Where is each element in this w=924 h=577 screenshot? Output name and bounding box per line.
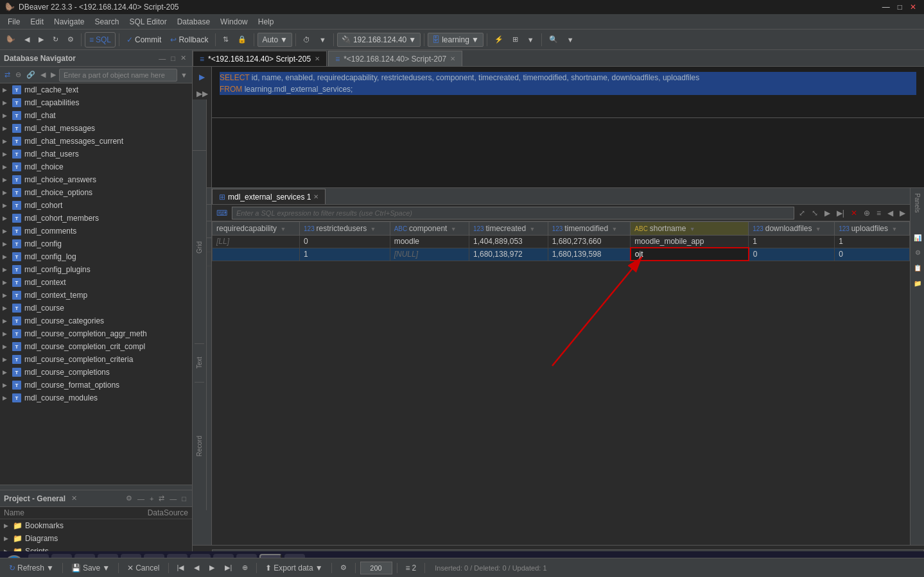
tree-item-cache-text[interactable]: ▶ T mdl_cache_text <box>0 83 192 96</box>
tree-item-course-format-options[interactable]: ▶ T mdl_course_format_options <box>0 379 192 392</box>
menu-sql-editor[interactable]: SQL Editor <box>124 16 171 28</box>
nav-link-btn[interactable]: 🔗 <box>24 70 37 80</box>
col-header-component[interactable]: ABC component ▼ <box>390 222 469 236</box>
filter-custom-btn[interactable]: ⊕ <box>862 208 872 218</box>
tree-item-config-plugins[interactable]: ▶ T mdl_config_plugins <box>0 263 192 276</box>
close-btn[interactable]: ✕ <box>907 3 919 12</box>
transaction-type-btn[interactable]: ⇅ <box>219 32 232 47</box>
tree-item-cohort[interactable]: ▶ T mdl_cohort <box>0 199 192 212</box>
tree-item-course[interactable]: ▶ T mdl_course <box>0 302 192 314</box>
manage-connections-btn[interactable]: ⊞ <box>509 32 522 47</box>
nav-arrow-right-btn[interactable]: ▶ <box>49 70 58 80</box>
tree-item-chat-users[interactable]: ▶ T mdl_chat_users <box>0 148 192 160</box>
cell-component-2[interactable]: [NULL] <box>390 248 469 261</box>
tree-item-chat[interactable]: ▶ T mdl_chat <box>0 109 192 122</box>
app-logo-btn[interactable]: 🦫 <box>3 32 19 47</box>
project-minus-btn[interactable]: — <box>135 494 146 503</box>
editor-tab-207[interactable]: ≡ *<192.168.124.40> Script-207 ✕ <box>328 51 462 66</box>
col-header-shortname[interactable]: ABC shortname ▼ <box>631 222 749 236</box>
nav-collapse-btn[interactable]: ⊖ <box>13 70 23 80</box>
result-tab-close[interactable]: ✕ <box>313 193 318 200</box>
search-everywhere-btn[interactable]: 🔍 <box>545 32 562 47</box>
row-count-btn[interactable]: ≡ 2 <box>402 561 421 575</box>
extra-tab-2[interactable]: 📋 <box>912 261 922 274</box>
tree-item-cohort-members[interactable]: ▶ T mdl_cohort_members <box>0 212 192 225</box>
settings-btn[interactable]: ⚙ <box>64 32 78 47</box>
cancel-btn[interactable]: ✕ Cancel <box>123 561 163 575</box>
commit-btn[interactable]: ✓ Commit <box>123 32 165 47</box>
sql-editor[interactable]: SELECT id, name, enabled, requiredcapabi… <box>212 67 924 118</box>
col-header-timecreated[interactable]: 123 timecreated ▼ <box>469 222 548 236</box>
auto-commit-dropdown[interactable]: Auto ▼ <box>257 33 292 47</box>
tree-item-course-completion-aggr[interactable]: ▶ T mdl_course_completion_aggr_meth <box>0 327 192 340</box>
col-header-requiredcapability[interactable]: requiredcapability ▼ <box>213 222 300 236</box>
lock-btn[interactable]: 🔒 <box>234 32 250 47</box>
nav-first-btn[interactable]: |◀ <box>173 561 188 575</box>
cell-downloadfiles-2[interactable]: 0 <box>749 248 835 261</box>
minimize-btn[interactable]: — <box>880 3 893 12</box>
search-arrow-btn[interactable]: ▼ <box>563 32 578 47</box>
project-link-btn[interactable]: ⇄ <box>157 494 166 503</box>
nav-minimize-btn[interactable]: — <box>157 53 168 63</box>
execute-btn[interactable]: ▶ <box>195 69 210 85</box>
cell-timemodified-2[interactable]: 1,680,139,598 <box>548 248 631 261</box>
tree-item-choice-answers[interactable]: ▶ T mdl_choice_answers <box>0 173 192 186</box>
timer-settings-btn[interactable]: ▼ <box>315 32 330 47</box>
extra-tab[interactable]: ⚙ <box>912 246 922 259</box>
filter-clear-btn[interactable]: ✕ <box>849 208 859 218</box>
project-item-diagrams[interactable]: ▶ 📁 Diagrams <box>0 532 192 545</box>
filter-order-btn[interactable]: ≡ <box>875 208 883 218</box>
nav-back-btn[interactable]: ◀ <box>21 32 33 47</box>
nav-search-input[interactable] <box>59 69 177 82</box>
shortname-edit-input[interactable] <box>635 250 744 259</box>
references-tab[interactable]: 📊 <box>912 231 922 244</box>
tree-item-choice-options[interactable]: ▶ T mdl_choice_options <box>0 186 192 199</box>
tree-item-config-log[interactable]: ▶ T mdl_config_log <box>0 250 192 263</box>
tree-item-capabilities[interactable]: ▶ T mdl_capabilities <box>0 96 192 109</box>
project-close-btn[interactable]: ✕ <box>69 494 79 503</box>
cell-timecreated-1[interactable]: 1,404,889,053 <box>469 236 548 248</box>
nav-forward-btn[interactable]: ▶ <box>35 32 48 47</box>
connection-dropdown[interactable]: 🔌 192.168.124.40 ▼ <box>337 33 421 47</box>
tree-item-context-temp[interactable]: ▶ T mdl_context_temp <box>0 289 192 302</box>
filter-expand-btn[interactable]: ⤢ <box>797 208 807 218</box>
page-size-input[interactable] <box>360 562 392 574</box>
nav-add-btn[interactable]: ⊕ <box>238 561 252 575</box>
nav-last-btn[interactable]: ▶| <box>221 561 236 575</box>
project-add-btn[interactable]: + <box>148 494 155 503</box>
menu-navigate[interactable]: Navigate <box>49 16 89 28</box>
refresh-connection-btn[interactable]: ↻ <box>49 32 62 47</box>
tree-item-course-completion-crit[interactable]: ▶ T mdl_course_completion_crit_compl <box>0 340 192 353</box>
timer-btn[interactable]: ⏱ <box>299 32 314 47</box>
save-btn[interactable]: 💾 Save ▼ <box>67 561 114 575</box>
tree-item-choice[interactable]: ▶ T mdl_choice <box>0 160 192 173</box>
cell-restrictedusers-2[interactable]: 1 <box>300 248 390 261</box>
col-header-timemodified[interactable]: 123 timemodified ▼ <box>548 222 631 236</box>
menu-edit[interactable]: Edit <box>25 16 49 28</box>
cell-downloadfiles-1[interactable]: 1 <box>749 236 835 248</box>
panels-tab[interactable]: Panels <box>912 191 922 216</box>
cell-uploadfiles-2[interactable]: 0 <box>835 248 910 261</box>
cell-component-1[interactable]: moodle <box>390 236 469 248</box>
menu-search[interactable]: Search <box>89 16 124 28</box>
manage-arrow-btn[interactable]: ▼ <box>523 32 538 47</box>
sql-btn[interactable]: ≡ SQL <box>85 32 116 47</box>
project-minimize-btn[interactable]: — <box>168 494 179 503</box>
tree-item-chat-messages-current[interactable]: ▶ T mdl_chat_messages_current <box>0 135 192 148</box>
filter-input[interactable] <box>232 207 794 220</box>
filter-prev-nav[interactable]: ◀ <box>885 208 895 218</box>
menu-file[interactable]: File <box>3 16 25 28</box>
cell-uploadfiles-1[interactable]: 1 <box>835 236 910 248</box>
tree-item-chat-messages[interactable]: ▶ T mdl_chat_messages <box>0 122 192 135</box>
tree-item-course-completions[interactable]: ▶ T mdl_course_completions <box>0 366 192 379</box>
menu-window[interactable]: Window <box>215 16 253 28</box>
cell-requiredcapability-1[interactable]: [LL] <box>213 236 300 248</box>
editor-tab-205[interactable]: ≡ *<192.168.124.40> Script-205 ✕ <box>193 51 327 66</box>
menu-database[interactable]: Database <box>172 16 215 28</box>
tree-item-course-completion-criteria[interactable]: ▶ T mdl_course_completion_criteria <box>0 353 192 366</box>
nav-maximize-btn[interactable]: □ <box>169 53 177 63</box>
col-header-restrictedusers[interactable]: 123 restrictedusers ▼ <box>300 222 390 236</box>
extra-tab-3[interactable]: 📁 <box>912 277 922 289</box>
tree-item-config[interactable]: ▶ T mdl_config <box>0 237 192 250</box>
rollback-btn[interactable]: ↩ Rollback <box>166 32 212 47</box>
